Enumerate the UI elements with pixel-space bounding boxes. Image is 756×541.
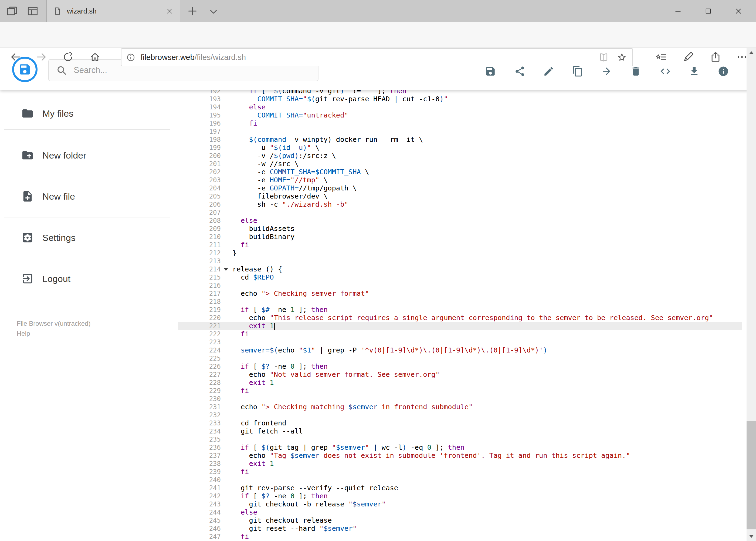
line-number[interactable]: 209 <box>178 225 221 233</box>
code-line[interactable]: 238 exit 1 <box>178 459 742 467</box>
line-number[interactable]: 221 <box>178 322 221 330</box>
sidebar-item-new-file[interactable]: New file <box>0 188 173 205</box>
copy-icon[interactable] <box>572 66 583 77</box>
line-number[interactable]: 224 <box>178 346 221 354</box>
line-number[interactable]: 242 <box>178 492 221 500</box>
line-number[interactable]: 233 <box>178 419 221 427</box>
save-icon[interactable] <box>485 66 496 77</box>
line-number[interactable]: 235 <box>178 435 221 443</box>
favorite-star-icon[interactable] <box>617 52 627 62</box>
scroll-up-button[interactable] <box>747 48 756 58</box>
code-editor[interactable]: 192 if [ "$(command -v git)" != "" ]; th… <box>178 48 742 541</box>
line-number[interactable]: 196 <box>178 119 221 128</box>
code-line[interactable]: 209 buildAssets <box>178 225 742 233</box>
code-line[interactable]: 244 else <box>178 508 742 516</box>
search-input[interactable] <box>74 65 318 75</box>
line-number[interactable]: 210 <box>178 233 221 241</box>
code-line[interactable]: 200 -v /$(pwd):/src:z \ <box>178 152 742 160</box>
line-number[interactable]: 208 <box>178 217 221 225</box>
code-line[interactable]: 208 else <box>178 216 742 225</box>
code-line[interactable]: 206 sh -c "./wizard.sh -b" <box>178 200 742 208</box>
code-line[interactable]: 240 <box>178 476 742 484</box>
code-line[interactable]: 232 <box>178 411 742 419</box>
help-link[interactable]: Help <box>17 328 91 338</box>
line-number[interactable]: 204 <box>178 184 221 192</box>
download-icon[interactable] <box>688 66 700 77</box>
share-page-icon[interactable] <box>710 51 721 63</box>
code-line[interactable]: 239 fi <box>178 467 742 476</box>
line-number[interactable]: 206 <box>178 201 221 209</box>
share-icon[interactable] <box>514 66 526 77</box>
code-line[interactable]: 246 git reset --hard "$semver" <box>178 524 742 532</box>
code-line[interactable]: 211 fi <box>178 241 742 249</box>
code-line[interactable]: 202 -e COMMIT_SHA=$COMMIT_SHA \ <box>178 168 742 176</box>
line-number[interactable]: 201 <box>178 160 221 168</box>
code-line[interactable]: 216 <box>178 281 742 289</box>
code-line[interactable]: 229 fi <box>178 386 742 395</box>
line-number[interactable]: 220 <box>178 314 221 322</box>
line-number[interactable]: 229 <box>178 387 221 395</box>
line-number[interactable]: 205 <box>178 192 221 201</box>
line-number[interactable]: 225 <box>178 354 221 362</box>
close-window-button[interactable] <box>724 0 753 22</box>
scrollbar-thumb[interactable] <box>747 421 756 529</box>
reading-view-icon[interactable] <box>599 52 609 63</box>
line-number[interactable]: 213 <box>178 257 221 265</box>
tabs-set-aside-icon[interactable] <box>6 5 18 17</box>
line-number[interactable]: 243 <box>178 500 221 508</box>
line-number[interactable]: 214 <box>178 265 221 273</box>
code-line[interactable]: 215 cd $REPO <box>178 273 742 281</box>
delete-icon[interactable] <box>630 66 641 77</box>
line-number[interactable]: 241 <box>178 484 221 492</box>
code-line[interactable]: 227 echo "Not valid semver format. See s… <box>178 370 742 378</box>
code-line[interactable]: 212} <box>178 249 742 257</box>
line-number[interactable]: 215 <box>178 273 221 281</box>
code-line[interactable]: 219 if [ $# -ne 1 ]; then <box>178 305 742 313</box>
code-line[interactable]: 224 semver=$(echo "$1" | grep -P '^v(0|[… <box>178 346 742 354</box>
code-line[interactable]: 235 <box>178 435 742 443</box>
code-line[interactable]: 243 git checkout -b release "$semver" <box>178 500 742 508</box>
maximize-button[interactable] <box>694 0 723 22</box>
code-line[interactable]: 237 echo "Tag $semver does not exist in … <box>178 451 742 459</box>
line-number[interactable]: 226 <box>178 362 221 370</box>
line-number[interactable]: 231 <box>178 403 221 411</box>
code-line[interactable]: 196 fi <box>178 119 742 127</box>
line-number[interactable]: 246 <box>178 525 221 533</box>
code-line[interactable]: 234 git fetch --all <box>178 427 742 435</box>
hub-favorites-icon[interactable] <box>655 51 667 63</box>
fold-arrow-icon[interactable] <box>221 265 232 273</box>
code-line[interactable]: 203 -e HOME="//tmp" \ <box>178 176 742 184</box>
sidebar-item-new-folder[interactable]: New folder <box>0 147 173 164</box>
line-number[interactable]: 234 <box>178 427 221 435</box>
switch-view-icon[interactable] <box>660 66 671 77</box>
line-number[interactable]: 247 <box>178 533 221 541</box>
code-line[interactable]: 201 -w //src \ <box>178 160 742 168</box>
line-number[interactable]: 212 <box>178 249 221 257</box>
line-number[interactable]: 218 <box>178 297 221 306</box>
line-number[interactable]: 236 <box>178 443 221 452</box>
code-line[interactable]: 197 <box>178 127 742 135</box>
line-number[interactable]: 239 <box>178 468 221 476</box>
line-number[interactable]: 245 <box>178 516 221 525</box>
code-line[interactable]: 218 <box>178 297 742 305</box>
more-options-icon[interactable] <box>736 51 748 63</box>
code-line[interactable]: 205 filebrowser/dev \ <box>178 192 742 200</box>
code-line[interactable]: 210 buildBinary <box>178 233 742 241</box>
home-icon[interactable] <box>89 51 101 63</box>
sidebar-item-my-files[interactable]: My files <box>0 105 173 122</box>
line-number[interactable]: 194 <box>178 103 221 111</box>
sidebar-item-logout[interactable]: Logout <box>0 270 173 287</box>
line-number[interactable]: 195 <box>178 111 221 119</box>
line-number[interactable]: 237 <box>178 452 221 460</box>
line-number[interactable]: 216 <box>178 281 221 289</box>
code-line[interactable]: 199 -u "$(id -u)" \ <box>178 144 742 152</box>
info-icon[interactable] <box>718 66 729 77</box>
code-line[interactable]: 198 $(command -v winpty) docker run --rm… <box>178 135 742 144</box>
code-line[interactable]: 204 -e GOPATH=//tmp/gopath \ <box>178 184 742 192</box>
line-number[interactable]: 232 <box>178 411 221 419</box>
line-number[interactable]: 227 <box>178 370 221 379</box>
move-icon[interactable] <box>601 66 612 77</box>
code-line[interactable]: 217 echo "> Checking semver format" <box>178 289 742 297</box>
line-number[interactable]: 193 <box>178 95 221 103</box>
code-line[interactable]: 222 fi <box>178 330 742 338</box>
